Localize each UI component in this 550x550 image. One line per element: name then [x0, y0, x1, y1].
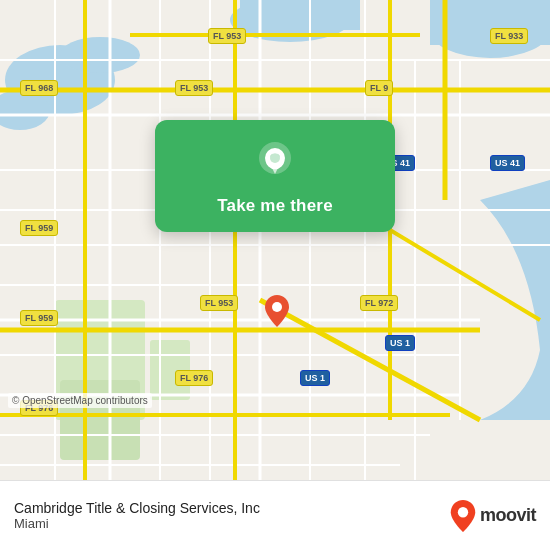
moovit-pin-icon: [450, 500, 476, 532]
svg-point-46: [458, 507, 468, 517]
highway-label-fl953-top: FL 953: [208, 28, 246, 44]
card-overlay[interactable]: Take me there: [155, 120, 395, 232]
map-attribution: © OpenStreetMap contributors: [8, 393, 152, 408]
map-container: FL 953 FL 933 FL 968 FL 953 FL 9 US 41 U…: [0, 0, 550, 480]
highway-label-fl968: FL 968: [20, 80, 58, 96]
svg-point-45: [272, 302, 282, 312]
destination-name: Cambridge Title & Closing Services, Inc: [14, 500, 450, 517]
bottom-info: Cambridge Title & Closing Services, Inc …: [14, 500, 536, 532]
highway-label-fl959: FL 959: [20, 220, 58, 236]
svg-rect-9: [60, 380, 140, 460]
highway-label-fl976: FL 976: [175, 370, 213, 386]
map-pin-marker: [265, 295, 289, 331]
destination-info: Cambridge Title & Closing Services, Inc …: [14, 500, 450, 532]
moovit-logo-text: moovit: [480, 505, 536, 526]
svg-rect-5: [240, 0, 360, 30]
highway-label-fl953-3: FL 953: [200, 295, 238, 311]
highway-label-us41-2: US 41: [490, 155, 525, 171]
take-me-there-button[interactable]: Take me there: [217, 196, 333, 216]
highway-label-fl972: FL 972: [360, 295, 398, 311]
bottom-bar: Cambridge Title & Closing Services, Inc …: [0, 480, 550, 550]
svg-point-3: [60, 37, 140, 73]
highway-label-fl953-2: FL 953: [175, 80, 213, 96]
highway-label-fl9: FL 9: [365, 80, 393, 96]
location-pin-icon: [250, 138, 300, 188]
highway-label-fl959-2: FL 959: [20, 310, 58, 326]
highway-label-us1-2: US 1: [300, 370, 330, 386]
destination-city: Miami: [14, 516, 450, 531]
highway-label-us1: US 1: [385, 335, 415, 351]
highway-label-fl933: FL 933: [490, 28, 528, 44]
moovit-logo: moovit: [450, 500, 536, 532]
